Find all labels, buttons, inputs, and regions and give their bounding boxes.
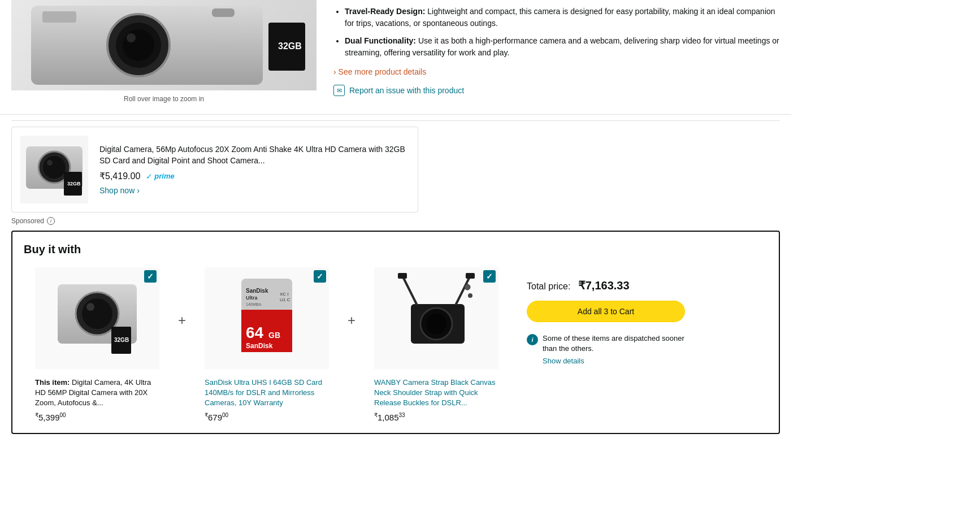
report-issue-label: Report an issue with this product xyxy=(349,86,464,95)
svg-point-13 xyxy=(47,160,53,166)
show-details-link[interactable]: Show details xyxy=(543,356,685,366)
price-decimal-2: 00 xyxy=(222,412,228,418)
svg-text:64: 64 xyxy=(246,324,264,341)
product-bullet-list: Travel-Ready Design: Lightweight and com… xyxy=(333,6,780,59)
svg-line-37 xyxy=(402,276,417,304)
dispatch-text: Some of these items are dispatched soone… xyxy=(543,334,684,353)
bullet-title-travel: Travel-Ready Design: xyxy=(345,7,425,16)
bullet-item-dual: Dual Functionality: Use it as both a hig… xyxy=(345,35,780,59)
bundle-product-price-1: ₹5,39900 xyxy=(35,412,159,422)
bundle-checkbox-3[interactable]: ✓ xyxy=(483,270,496,283)
total-price-row: Total price: ₹7,163.33 xyxy=(527,279,696,292)
report-issue-link[interactable]: ✉ Report an issue with this product xyxy=(333,85,780,96)
info-circle-icon[interactable]: i xyxy=(47,217,55,225)
svg-point-12 xyxy=(43,156,66,179)
svg-text:SanDisk: SanDisk xyxy=(246,342,273,350)
product-image-area: 32GB Roll over image to zoom in xyxy=(11,0,316,103)
bundle-checkmark-icon-3: ✓ xyxy=(486,272,493,281)
svg-text:Ultra: Ultra xyxy=(246,295,258,301)
bundle-product-link-2[interactable]: SanDisk Ultra UHS I 64GB SD Card 140MB/s… xyxy=(205,378,322,407)
section-divider xyxy=(11,120,780,121)
prime-badge: ✓ prime xyxy=(146,172,174,181)
zoom-text: Roll over image to zoom in xyxy=(11,95,316,103)
ad-product-image: 32GB xyxy=(20,136,88,203)
bundle-checkmark-icon-1: ✓ xyxy=(147,272,154,281)
ad-price: ₹5,419.00 xyxy=(99,171,140,181)
this-item-label: This item: xyxy=(35,378,70,387)
buy-it-with-title: Buy it with xyxy=(24,243,767,256)
ad-product-info: Digital Camera, 56Mp Autofocus 20X Zoom … xyxy=(99,144,409,195)
svg-text:32GB: 32GB xyxy=(67,181,81,187)
bundle-product-image-2: SanDisk Ultra 140MB/s 64 GB SanDisk xyxy=(205,267,329,369)
bundle-product-image-1: 32GB ✓ xyxy=(35,267,159,369)
svg-point-41 xyxy=(465,284,470,290)
svg-point-42 xyxy=(468,293,472,298)
svg-text:SanDisk: SanDisk xyxy=(246,288,268,294)
sponsored-ad-section: 32GB Digital Camera, 56Mp Autofocus 20X … xyxy=(11,127,780,225)
sponsored-label: Sponsored i xyxy=(11,217,780,225)
svg-text:U1 C: U1 C xyxy=(280,297,290,302)
total-price-amount: ₹7,163.33 xyxy=(578,279,630,292)
dispatch-info-icon: i xyxy=(527,334,538,345)
report-icon: ✉ xyxy=(333,85,345,96)
price-decimal-3: 33 xyxy=(399,412,405,418)
svg-text:GB: GB xyxy=(268,331,280,340)
ad-card: 32GB Digital Camera, 56Mp Autofocus 20X … xyxy=(11,127,418,213)
sponsored-text: Sponsored xyxy=(11,217,44,225)
svg-text:XC I: XC I xyxy=(280,292,289,297)
dispatch-text-block: Some of these items are dispatched soone… xyxy=(543,333,685,367)
bundle-action-panel: Total price: ₹7,163.33 Add all 3 to Cart… xyxy=(527,267,696,367)
bullet-item-travel: Travel-Ready Design: Lightweight and com… xyxy=(345,6,780,29)
bundle-product-item-1: 32GB ✓ This item: Digital Camera, 4K Ult… xyxy=(24,267,171,422)
svg-point-36 xyxy=(426,314,446,334)
bundle-checkbox-2[interactable]: ✓ xyxy=(314,270,326,283)
bundle-product-link-3[interactable]: WANBY Camera Strap Black Canvas Neck Sho… xyxy=(374,378,496,407)
bundle-checkbox-1[interactable]: ✓ xyxy=(144,270,157,283)
svg-point-4 xyxy=(123,29,154,61)
bundle-product-desc-1: This item: Digital Camera, 4K Ultra HD 5… xyxy=(35,378,159,409)
bundle-products-row: 32GB ✓ This item: Digital Camera, 4K Ult… xyxy=(24,267,767,422)
bundle-product-price-2: ₹67900 xyxy=(205,412,329,422)
buy-it-with-section: Buy it with xyxy=(11,231,780,434)
svg-text:140MB/s: 140MB/s xyxy=(246,302,262,306)
price-integer-1: 5,399 xyxy=(38,412,60,422)
svg-point-18 xyxy=(82,298,112,329)
dispatch-info: i Some of these items are dispatched soo… xyxy=(527,333,685,367)
prime-checkmark-icon: ✓ xyxy=(146,172,153,181)
price-decimal-1: 00 xyxy=(60,412,66,418)
bundle-product-image-3: ✓ xyxy=(374,267,498,369)
shop-now-link[interactable]: Shop now › xyxy=(99,186,140,195)
bullet-title-dual: Dual Functionality: xyxy=(345,36,416,45)
svg-rect-6 xyxy=(42,11,76,23)
bundle-checkmark-icon-2: ✓ xyxy=(316,272,323,281)
camera-image-placeholder: 32GB xyxy=(11,0,316,90)
price-integer-2: 679 xyxy=(208,412,222,422)
info-icon-text: i xyxy=(531,336,533,343)
total-price-label: Total price: xyxy=(527,281,570,291)
svg-text:32GB: 32GB xyxy=(278,41,302,51)
see-more-product-details-link[interactable]: › See more product details xyxy=(333,67,780,76)
svg-point-19 xyxy=(86,303,94,311)
bundle-product-item-2: SanDisk Ultra 140MB/s 64 GB SanDisk xyxy=(193,267,340,422)
bundle-product-desc-3: WANBY Camera Strap Black Canvas Neck Sho… xyxy=(374,378,498,409)
bundle-product-price-3: ₹1,08533 xyxy=(374,412,498,422)
plus-separator-2: + xyxy=(340,267,363,328)
right-sidebar xyxy=(791,0,972,516)
svg-text:32GB: 32GB xyxy=(114,337,129,343)
ad-price-row: ₹5,419.00 ✓ prime xyxy=(99,171,409,181)
plus-separator-1: + xyxy=(171,267,193,328)
bundle-product-item-3: ✓ WANBY Camera Strap Black Canvas Neck S… xyxy=(363,267,510,422)
svg-rect-7 xyxy=(212,8,235,17)
price-integer-3: 1,085 xyxy=(378,412,399,422)
bundle-product-desc-2: SanDisk Ultra UHS I 64GB SD Card 140MB/s… xyxy=(205,378,329,409)
prime-label: prime xyxy=(154,172,174,180)
svg-rect-40 xyxy=(466,273,475,279)
add-all-to-cart-button[interactable]: Add all 3 to Cart xyxy=(527,301,685,322)
product-image-container: 32GB xyxy=(11,0,316,90)
svg-rect-39 xyxy=(398,273,407,279)
svg-point-5 xyxy=(127,33,136,42)
product-details-area: Travel-Ready Design: Lightweight and com… xyxy=(333,0,780,103)
ad-product-title: Digital Camera, 56Mp Autofocus 20X Zoom … xyxy=(99,144,409,166)
